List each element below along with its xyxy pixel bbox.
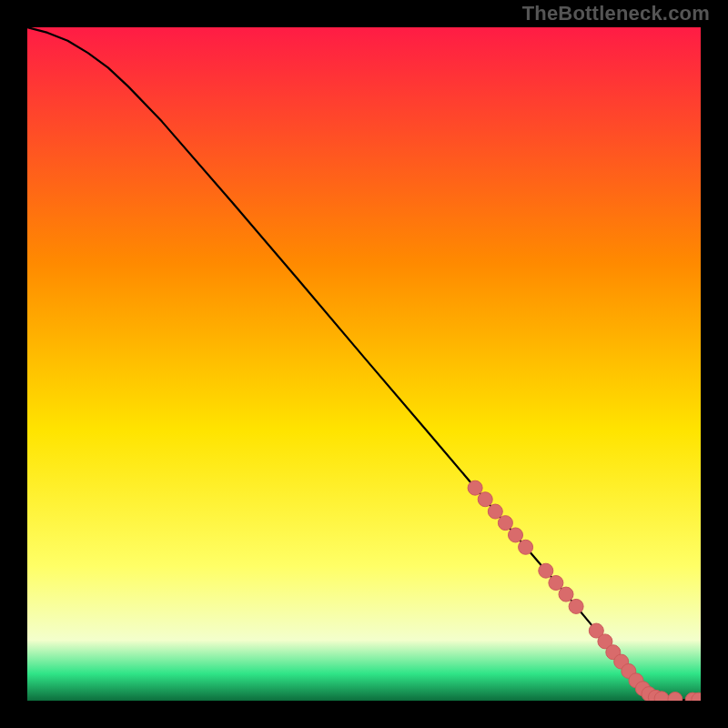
marker-point (468, 480, 482, 495)
marker-point (509, 528, 523, 542)
marker-point (519, 540, 533, 554)
chart-svg (27, 27, 701, 701)
marker-point (498, 516, 512, 531)
marker-point (488, 504, 502, 519)
chart-background (27, 27, 701, 701)
marker-point (539, 563, 553, 578)
marker-point (559, 587, 573, 602)
marker-point (569, 599, 583, 613)
marker-point (478, 492, 492, 507)
chart-plot (27, 27, 701, 701)
marker-point (549, 576, 563, 591)
chart-stage: TheBottleneck.com (0, 0, 728, 728)
watermark-text: TheBottleneck.com (522, 2, 710, 25)
